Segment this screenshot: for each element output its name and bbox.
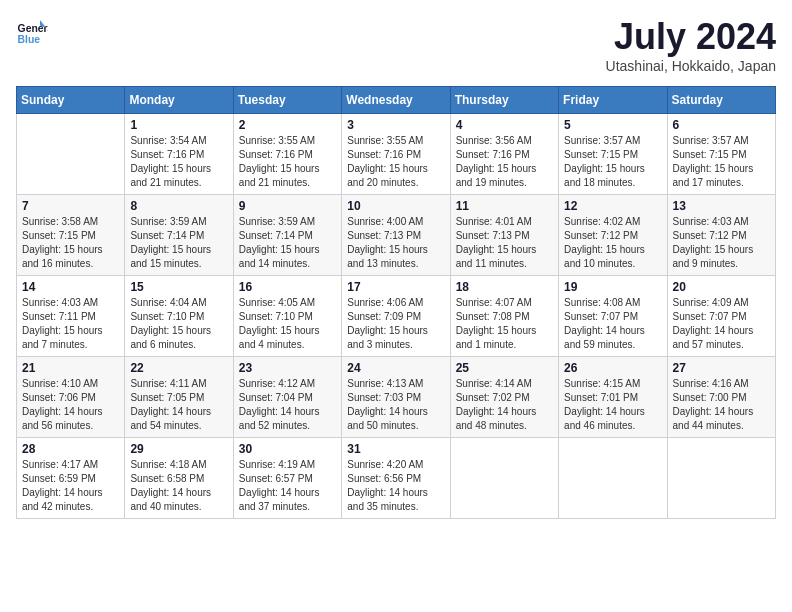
- day-number: 10: [347, 199, 444, 213]
- weekday-header-thursday: Thursday: [450, 87, 558, 114]
- day-number: 19: [564, 280, 661, 294]
- weekday-header-monday: Monday: [125, 87, 233, 114]
- calendar-week-5: 28Sunrise: 4:17 AM Sunset: 6:59 PM Dayli…: [17, 438, 776, 519]
- calendar-table: SundayMondayTuesdayWednesdayThursdayFrid…: [16, 86, 776, 519]
- day-info: Sunrise: 3:57 AM Sunset: 7:15 PM Dayligh…: [564, 134, 661, 190]
- day-number: 30: [239, 442, 336, 456]
- calendar-body: 1Sunrise: 3:54 AM Sunset: 7:16 PM Daylig…: [17, 114, 776, 519]
- calendar-cell: 4Sunrise: 3:56 AM Sunset: 7:16 PM Daylig…: [450, 114, 558, 195]
- day-info: Sunrise: 4:02 AM Sunset: 7:12 PM Dayligh…: [564, 215, 661, 271]
- day-number: 2: [239, 118, 336, 132]
- day-number: 21: [22, 361, 119, 375]
- calendar-cell: 28Sunrise: 4:17 AM Sunset: 6:59 PM Dayli…: [17, 438, 125, 519]
- day-info: Sunrise: 4:05 AM Sunset: 7:10 PM Dayligh…: [239, 296, 336, 352]
- day-info: Sunrise: 4:01 AM Sunset: 7:13 PM Dayligh…: [456, 215, 553, 271]
- calendar-cell: 16Sunrise: 4:05 AM Sunset: 7:10 PM Dayli…: [233, 276, 341, 357]
- day-number: 23: [239, 361, 336, 375]
- calendar-cell: 22Sunrise: 4:11 AM Sunset: 7:05 PM Dayli…: [125, 357, 233, 438]
- calendar-cell: 15Sunrise: 4:04 AM Sunset: 7:10 PM Dayli…: [125, 276, 233, 357]
- calendar-cell: 7Sunrise: 3:58 AM Sunset: 7:15 PM Daylig…: [17, 195, 125, 276]
- day-info: Sunrise: 4:18 AM Sunset: 6:58 PM Dayligh…: [130, 458, 227, 514]
- calendar-header: SundayMondayTuesdayWednesdayThursdayFrid…: [17, 87, 776, 114]
- calendar-cell: 13Sunrise: 4:03 AM Sunset: 7:12 PM Dayli…: [667, 195, 775, 276]
- subtitle: Utashinai, Hokkaido, Japan: [606, 58, 776, 74]
- calendar-cell: 26Sunrise: 4:15 AM Sunset: 7:01 PM Dayli…: [559, 357, 667, 438]
- day-number: 12: [564, 199, 661, 213]
- calendar-cell: 12Sunrise: 4:02 AM Sunset: 7:12 PM Dayli…: [559, 195, 667, 276]
- calendar-cell: 17Sunrise: 4:06 AM Sunset: 7:09 PM Dayli…: [342, 276, 450, 357]
- calendar-week-4: 21Sunrise: 4:10 AM Sunset: 7:06 PM Dayli…: [17, 357, 776, 438]
- day-info: Sunrise: 4:03 AM Sunset: 7:11 PM Dayligh…: [22, 296, 119, 352]
- calendar-cell: 23Sunrise: 4:12 AM Sunset: 7:04 PM Dayli…: [233, 357, 341, 438]
- day-number: 29: [130, 442, 227, 456]
- day-info: Sunrise: 3:59 AM Sunset: 7:14 PM Dayligh…: [130, 215, 227, 271]
- calendar-cell: 27Sunrise: 4:16 AM Sunset: 7:00 PM Dayli…: [667, 357, 775, 438]
- calendar-cell: 21Sunrise: 4:10 AM Sunset: 7:06 PM Dayli…: [17, 357, 125, 438]
- calendar-cell: 8Sunrise: 3:59 AM Sunset: 7:14 PM Daylig…: [125, 195, 233, 276]
- day-number: 22: [130, 361, 227, 375]
- calendar-week-1: 1Sunrise: 3:54 AM Sunset: 7:16 PM Daylig…: [17, 114, 776, 195]
- day-info: Sunrise: 4:14 AM Sunset: 7:02 PM Dayligh…: [456, 377, 553, 433]
- day-info: Sunrise: 4:08 AM Sunset: 7:07 PM Dayligh…: [564, 296, 661, 352]
- day-number: 16: [239, 280, 336, 294]
- calendar-cell: 3Sunrise: 3:55 AM Sunset: 7:16 PM Daylig…: [342, 114, 450, 195]
- calendar-cell: 11Sunrise: 4:01 AM Sunset: 7:13 PM Dayli…: [450, 195, 558, 276]
- calendar-week-3: 14Sunrise: 4:03 AM Sunset: 7:11 PM Dayli…: [17, 276, 776, 357]
- day-info: Sunrise: 4:11 AM Sunset: 7:05 PM Dayligh…: [130, 377, 227, 433]
- day-number: 7: [22, 199, 119, 213]
- calendar-cell: 2Sunrise: 3:55 AM Sunset: 7:16 PM Daylig…: [233, 114, 341, 195]
- day-number: 25: [456, 361, 553, 375]
- day-number: 17: [347, 280, 444, 294]
- day-info: Sunrise: 4:17 AM Sunset: 6:59 PM Dayligh…: [22, 458, 119, 514]
- day-info: Sunrise: 4:20 AM Sunset: 6:56 PM Dayligh…: [347, 458, 444, 514]
- day-number: 31: [347, 442, 444, 456]
- logo-icon: General Blue: [16, 16, 48, 48]
- title-area: July 2024 Utashinai, Hokkaido, Japan: [606, 16, 776, 74]
- day-number: 18: [456, 280, 553, 294]
- header: General Blue July 2024 Utashinai, Hokkai…: [16, 16, 776, 74]
- day-info: Sunrise: 3:54 AM Sunset: 7:16 PM Dayligh…: [130, 134, 227, 190]
- calendar-cell: 31Sunrise: 4:20 AM Sunset: 6:56 PM Dayli…: [342, 438, 450, 519]
- day-info: Sunrise: 4:15 AM Sunset: 7:01 PM Dayligh…: [564, 377, 661, 433]
- weekday-header-row: SundayMondayTuesdayWednesdayThursdayFrid…: [17, 87, 776, 114]
- day-number: 8: [130, 199, 227, 213]
- day-info: Sunrise: 3:55 AM Sunset: 7:16 PM Dayligh…: [239, 134, 336, 190]
- day-number: 5: [564, 118, 661, 132]
- day-info: Sunrise: 3:55 AM Sunset: 7:16 PM Dayligh…: [347, 134, 444, 190]
- calendar-cell: 14Sunrise: 4:03 AM Sunset: 7:11 PM Dayli…: [17, 276, 125, 357]
- day-number: 28: [22, 442, 119, 456]
- day-info: Sunrise: 3:58 AM Sunset: 7:15 PM Dayligh…: [22, 215, 119, 271]
- weekday-header-wednesday: Wednesday: [342, 87, 450, 114]
- calendar-week-2: 7Sunrise: 3:58 AM Sunset: 7:15 PM Daylig…: [17, 195, 776, 276]
- calendar-cell: [17, 114, 125, 195]
- svg-text:Blue: Blue: [18, 34, 41, 45]
- day-info: Sunrise: 3:56 AM Sunset: 7:16 PM Dayligh…: [456, 134, 553, 190]
- day-info: Sunrise: 3:59 AM Sunset: 7:14 PM Dayligh…: [239, 215, 336, 271]
- day-info: Sunrise: 4:04 AM Sunset: 7:10 PM Dayligh…: [130, 296, 227, 352]
- calendar-cell: 6Sunrise: 3:57 AM Sunset: 7:15 PM Daylig…: [667, 114, 775, 195]
- calendar-cell: [559, 438, 667, 519]
- day-info: Sunrise: 4:16 AM Sunset: 7:00 PM Dayligh…: [673, 377, 770, 433]
- day-number: 15: [130, 280, 227, 294]
- day-number: 4: [456, 118, 553, 132]
- logo: General Blue: [16, 16, 48, 48]
- calendar-cell: 9Sunrise: 3:59 AM Sunset: 7:14 PM Daylig…: [233, 195, 341, 276]
- calendar-cell: 20Sunrise: 4:09 AM Sunset: 7:07 PM Dayli…: [667, 276, 775, 357]
- calendar-cell: 5Sunrise: 3:57 AM Sunset: 7:15 PM Daylig…: [559, 114, 667, 195]
- day-number: 14: [22, 280, 119, 294]
- weekday-header-sunday: Sunday: [17, 87, 125, 114]
- day-info: Sunrise: 4:10 AM Sunset: 7:06 PM Dayligh…: [22, 377, 119, 433]
- day-number: 6: [673, 118, 770, 132]
- main-title: July 2024: [606, 16, 776, 58]
- day-info: Sunrise: 3:57 AM Sunset: 7:15 PM Dayligh…: [673, 134, 770, 190]
- day-info: Sunrise: 4:07 AM Sunset: 7:08 PM Dayligh…: [456, 296, 553, 352]
- calendar-cell: 18Sunrise: 4:07 AM Sunset: 7:08 PM Dayli…: [450, 276, 558, 357]
- day-info: Sunrise: 4:12 AM Sunset: 7:04 PM Dayligh…: [239, 377, 336, 433]
- weekday-header-friday: Friday: [559, 87, 667, 114]
- calendar-cell: 1Sunrise: 3:54 AM Sunset: 7:16 PM Daylig…: [125, 114, 233, 195]
- day-number: 11: [456, 199, 553, 213]
- day-info: Sunrise: 4:09 AM Sunset: 7:07 PM Dayligh…: [673, 296, 770, 352]
- weekday-header-saturday: Saturday: [667, 87, 775, 114]
- day-number: 3: [347, 118, 444, 132]
- day-number: 27: [673, 361, 770, 375]
